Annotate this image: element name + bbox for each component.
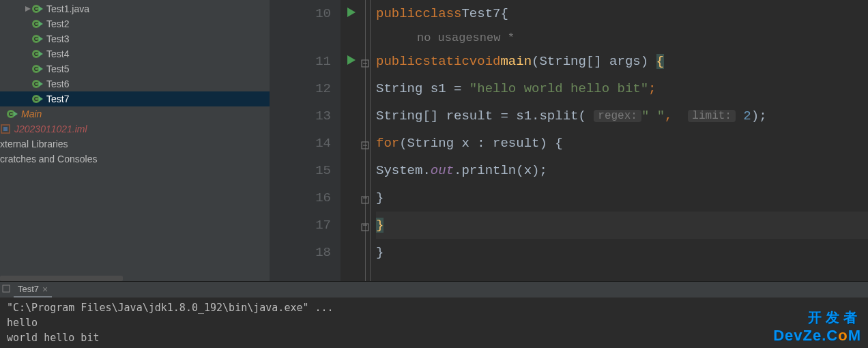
editor-gutter[interactable]: 10 11 12 13 14 15 16 17 18 (270, 0, 341, 281)
tree-item-label: Test2 (46, 18, 69, 29)
java-class-run-icon: C (32, 63, 43, 74)
svg-marker-24 (14, 111, 18, 117)
java-class-run-icon: C (7, 108, 18, 119)
svg-text:C: C (34, 20, 39, 27)
line-number: 18 (315, 245, 331, 260)
chevron-right-icon[interactable] (24, 6, 32, 12)
tree-item-test1[interactable]: C Test1.java (0, 1, 270, 16)
console-line: hello (7, 317, 38, 329)
line-number: 12 (315, 81, 331, 96)
param-hint-limit: limit: (688, 110, 736, 122)
tree-item-label: J2023011021.iml (14, 124, 87, 134)
svg-marker-15 (39, 66, 43, 72)
java-class-run-icon: C (32, 18, 43, 29)
svg-text:C: C (34, 81, 39, 87)
gutter-line-11[interactable]: 11 (270, 48, 341, 75)
tree-item-test4[interactable]: C Test4 (0, 46, 270, 61)
svg-text:C: C (34, 96, 39, 102)
svg-marker-28 (347, 55, 356, 65)
project-tree[interactable]: C Test1.java C Test2 C Test3 (0, 0, 270, 276)
gutter-line-15[interactable]: 15 (270, 157, 341, 184)
tree-item-external-libraries[interactable]: xternal Libraries (0, 136, 270, 151)
console-output[interactable]: "C:\Program Files\Java\jdk1.8.0_192\bin\… (0, 298, 868, 348)
fold-minus-icon[interactable] (361, 139, 369, 147)
code-line[interactable]: public static void main(String[] args) { (376, 48, 868, 75)
java-class-run-icon: C (32, 93, 43, 104)
console-tab-test7[interactable]: Test7 × (14, 282, 52, 298)
code-line[interactable]: System.out.println(x); (376, 157, 868, 184)
gutter-line-13[interactable]: 13 (270, 102, 341, 130)
gutter-line-14[interactable]: 14 (270, 130, 341, 157)
tree-item-label: Test3 (46, 33, 69, 44)
tree-item-iml[interactable]: J2023011021.iml (0, 121, 270, 136)
svg-marker-12 (39, 51, 43, 57)
gutter-line-12[interactable]: 12 (270, 75, 341, 102)
horizontal-scrollbar[interactable] (0, 276, 123, 281)
java-class-run-icon: C (32, 3, 43, 14)
console-tab-bar[interactable]: Test7 × (0, 282, 868, 298)
svg-marker-0 (25, 6, 31, 12)
tree-item-label: Test6 (46, 78, 69, 89)
svg-marker-18 (39, 81, 43, 87)
svg-marker-3 (39, 6, 43, 12)
inlay-hints[interactable]: no usages new * (376, 27, 868, 48)
code-line[interactable]: } (376, 184, 868, 212)
code-line-current[interactable]: } (376, 212, 868, 239)
tree-item-label: Test1.java (46, 3, 89, 14)
java-class-run-icon: C (32, 33, 43, 44)
console-tab-label: Test7 (18, 284, 39, 294)
svg-rect-37 (3, 285, 10, 292)
fold-end-icon[interactable] (361, 220, 369, 229)
module-icon (0, 124, 11, 134)
code-line[interactable]: for(String x : result) { (376, 130, 868, 157)
svg-marker-9 (39, 36, 43, 42)
line-number: 13 (315, 108, 331, 124)
line-number: 14 (315, 136, 331, 151)
svg-text:C: C (34, 66, 39, 72)
svg-text:C: C (34, 35, 39, 42)
tree-item-test7[interactable]: C Test7 (0, 91, 270, 106)
run-class-icon[interactable] (347, 6, 356, 21)
code-line[interactable]: } (376, 239, 868, 266)
tree-item-test5[interactable]: C Test5 (0, 61, 270, 76)
line-number: 16 (315, 190, 331, 205)
svg-text:C: C (34, 5, 39, 12)
gutter-line-18[interactable]: 18 (270, 239, 341, 266)
tree-item-label: Test5 (46, 63, 69, 74)
svg-marker-21 (39, 96, 43, 102)
fold-column[interactable] (361, 0, 371, 281)
tree-item-label: xternal Libraries (0, 139, 68, 149)
code-line[interactable]: public class Test7 { (376, 0, 868, 27)
code-editor[interactable]: 10 11 12 13 14 15 16 17 18 (270, 0, 868, 281)
tree-item-label: Main (21, 108, 42, 119)
svg-marker-27 (347, 8, 356, 17)
run-console-panel: Test7 × "C:\Program Files\Java\jdk1.8.0_… (0, 281, 868, 348)
svg-text:C: C (9, 111, 14, 117)
line-number: 17 (315, 218, 331, 233)
run-config-icon (1, 284, 11, 295)
code-line[interactable]: String[] result = s1.split( regex:" ", l… (376, 102, 868, 130)
tree-item-test6[interactable]: C Test6 (0, 76, 270, 91)
param-hint-regex: regex: (594, 110, 641, 122)
line-number: 15 (315, 163, 331, 178)
svg-marker-6 (39, 21, 43, 27)
project-tree-sidebar: C Test1.java C Test2 C Test3 (0, 0, 270, 281)
tree-item-label: Test4 (46, 48, 69, 59)
run-method-icon[interactable] (347, 54, 356, 69)
tree-item-label: cratches and Consoles (0, 154, 97, 164)
code-line[interactable]: String s1 = "hello world hello bit"; (376, 75, 868, 102)
console-line: world hello bit (7, 332, 99, 344)
tree-item-main[interactable]: C Main (0, 106, 270, 121)
gutter-line-17[interactable]: 17 (270, 212, 341, 239)
gutter-line-10[interactable]: 10 (270, 0, 341, 27)
tree-item-label: Test7 (46, 93, 69, 104)
svg-rect-26 (3, 127, 8, 131)
close-icon[interactable]: × (42, 284, 48, 295)
fold-minus-icon[interactable] (361, 57, 369, 65)
code-area[interactable]: public class Test7 { no usages new * pub… (371, 0, 868, 281)
tree-item-test2[interactable]: C Test2 (0, 16, 270, 31)
tree-item-test3[interactable]: C Test3 (0, 31, 270, 46)
tree-item-scratches[interactable]: cratches and Consoles (0, 151, 270, 166)
fold-end-icon[interactable] (361, 193, 369, 201)
gutter-line-16[interactable]: 16 (270, 184, 341, 212)
